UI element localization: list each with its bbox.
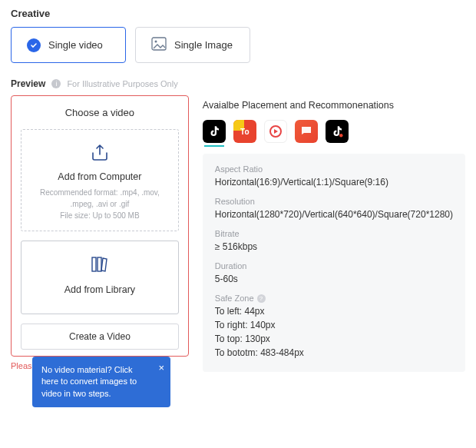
- spec-aspect-label: Aspect Ratio: [215, 164, 453, 174]
- library-icon: [89, 255, 111, 277]
- create-video-button[interactable]: Create a Video: [21, 324, 179, 350]
- svg-point-5: [339, 134, 343, 138]
- spec-bitrate-label: Bitrate: [215, 229, 453, 238]
- close-icon[interactable]: ×: [158, 361, 164, 375]
- preview-hint: For Illustrative Purposes Only: [67, 79, 177, 88]
- placement-tiktok-alt[interactable]: [326, 120, 349, 143]
- svg-point-1: [155, 41, 157, 43]
- option-single-image[interactable]: Single Image: [135, 27, 250, 63]
- creative-options: Single video Single Image: [11, 27, 465, 63]
- spec-sz-top: To top: 130px: [215, 334, 453, 344]
- upload-icon: [89, 142, 111, 164]
- option-label: Single video: [48, 39, 103, 51]
- spec-safezone-label: Safe Zone ?: [215, 294, 453, 303]
- upload-sub2: File size: Up to 500 MB: [29, 210, 170, 221]
- spec-duration-value: 5-60s: [215, 274, 453, 284]
- placements-row: To: [203, 120, 465, 143]
- video-chooser-panel: Choose a video Add from Computer Recomme…: [11, 95, 189, 357]
- spec-aspect-value: Horizontal(16:9)/Vertical(1:1)/Square(9:…: [215, 177, 453, 187]
- spec-res-value: Horizontal(1280*720)/Vertical(640*640)/S…: [215, 209, 453, 220]
- preview-label: Preview: [11, 78, 45, 89]
- spec-sz-bottom: To bototm: 483-484px: [215, 347, 453, 358]
- placement-helo[interactable]: [295, 120, 318, 143]
- image-icon: [151, 37, 167, 53]
- option-single-video[interactable]: Single video: [11, 27, 126, 63]
- placement-topbuzz[interactable]: To: [233, 120, 256, 143]
- option-label: Single Image: [174, 39, 233, 51]
- spec-duration-label: Duration: [215, 261, 453, 270]
- info-icon: i: [51, 79, 61, 88]
- placement-tiktok[interactable]: [203, 120, 226, 143]
- add-from-library-card[interactable]: Add from Library: [21, 241, 179, 314]
- tooltip-no-video: × No video material? Click here to conve…: [32, 357, 170, 407]
- placement-vigo[interactable]: [264, 120, 287, 143]
- upload-title: Add from Computer: [29, 171, 170, 182]
- placements-heading: Avaialbe Placement and Recommonenations: [203, 100, 465, 111]
- info-icon: ?: [257, 294, 266, 303]
- svg-rect-3: [98, 257, 101, 271]
- spec-sz-left: To left: 44px: [215, 306, 453, 317]
- svg-rect-2: [92, 257, 96, 271]
- spec-res-label: Resolution: [215, 197, 453, 206]
- creative-heading: Creative: [11, 8, 465, 19]
- spec-bitrate-value: ≥ 516kbps: [215, 241, 453, 252]
- add-from-computer-card[interactable]: Add from Computer Recommended format: .m…: [21, 129, 179, 231]
- spec-panel: Aspect Ratio Horizontal(16:9)/Vertical(1…: [203, 154, 465, 372]
- spec-sz-right: To right: 140px: [215, 320, 453, 330]
- upload-sub1: Recommended format: .mp4, .mov, .mpeg, .…: [29, 187, 170, 210]
- preview-header: Preview i For Illustrative Purposes Only: [11, 78, 465, 89]
- tooltip-text: No video material? Click here to convert…: [41, 365, 137, 398]
- check-icon: [27, 38, 41, 52]
- library-title: Add from Library: [29, 284, 170, 295]
- choose-video-title: Choose a video: [21, 107, 179, 118]
